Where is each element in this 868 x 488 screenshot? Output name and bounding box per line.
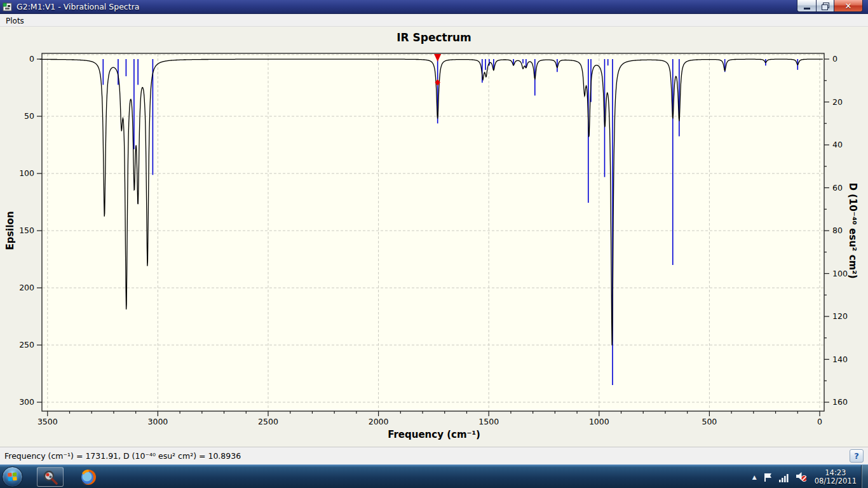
volume-muted-icon[interactable] <box>796 471 806 482</box>
y-axis-left-label: Epsilon <box>4 211 16 250</box>
svg-text:160: 160 <box>832 397 848 407</box>
window-controls: ✕ <box>797 0 863 12</box>
svg-text:0: 0 <box>29 54 34 64</box>
restore-icon <box>822 3 829 9</box>
svg-text:100: 100 <box>19 168 34 178</box>
start-button[interactable] <box>2 466 23 487</box>
y-axis-right-label: D (10⁻⁴⁰ esu² cm²) <box>847 182 858 278</box>
cursor-readout: Frequency (cm⁻¹) = 1731.91, D (10⁻⁴⁰ esu… <box>4 451 241 461</box>
svg-text:500: 500 <box>702 417 717 426</box>
ir-spectrum-plot[interactable]: 3500300025002000150010005000050100150200… <box>0 27 868 447</box>
window-title: G2:M1:V1 - Vibrational Spectra <box>17 2 139 11</box>
window-title-bar: G2:M1:V1 - Vibrational Spectra ✕ <box>0 0 868 14</box>
x-axis-label: Frequency (cm⁻¹) <box>0 429 868 440</box>
svg-text:250: 250 <box>19 340 34 349</box>
minimize-button[interactable] <box>797 0 816 12</box>
svg-text:0: 0 <box>817 417 822 426</box>
svg-text:50: 50 <box>24 111 34 121</box>
svg-text:60: 60 <box>832 183 843 193</box>
svg-text:1000: 1000 <box>589 417 609 426</box>
svg-text:1500: 1500 <box>478 417 499 426</box>
menu-bar: Plots <box>0 14 868 27</box>
taskbar: ▲ <box>0 464 868 488</box>
minimize-icon <box>804 8 810 10</box>
app-window-icon <box>3 2 13 12</box>
taskbar-app-vibrational-spectra[interactable] <box>37 467 64 487</box>
action-center-flag-icon[interactable] <box>763 471 773 482</box>
svg-text:20: 20 <box>832 97 843 107</box>
svg-text:0: 0 <box>832 54 837 64</box>
clock-date: 08/12/2011 <box>815 477 857 485</box>
show-desktop-button[interactable] <box>861 465 868 488</box>
firefox-icon <box>79 468 97 486</box>
close-button[interactable]: ✕ <box>834 0 863 12</box>
svg-text:80: 80 <box>832 226 843 235</box>
chart-title: IR Spectrum <box>0 31 868 44</box>
network-signal-icon[interactable] <box>779 471 790 482</box>
svg-text:140: 140 <box>832 355 848 364</box>
svg-text:200: 200 <box>19 283 34 292</box>
status-bar: Frequency (cm⁻¹) = 1731.91, D (10⁻⁴⁰ esu… <box>0 447 868 464</box>
desktop: G2:M1:V1 - Vibrational Spectra ✕ Plots 3… <box>0 0 868 488</box>
svg-text:3500: 3500 <box>37 417 58 426</box>
svg-text:120: 120 <box>832 311 848 321</box>
hidden-icons-button[interactable]: ▲ <box>752 474 757 480</box>
help-button[interactable]: ? <box>850 449 864 463</box>
svg-text:2500: 2500 <box>258 417 278 426</box>
windows-flag-icon <box>7 471 18 482</box>
svg-text:3000: 3000 <box>147 417 168 426</box>
restore-button[interactable] <box>816 0 834 12</box>
svg-text:2000: 2000 <box>369 417 389 426</box>
svg-text:300: 300 <box>19 397 34 407</box>
molecule-tool-icon <box>42 469 58 485</box>
system-tray: ▲ <box>752 465 859 488</box>
clock-time: 14:23 <box>815 469 857 477</box>
svg-text:150: 150 <box>19 226 34 235</box>
taskbar-app-firefox[interactable] <box>75 467 102 487</box>
clock[interactable]: 14:23 08/12/2011 <box>812 469 859 485</box>
close-icon: ✕ <box>845 1 852 11</box>
svg-text:100: 100 <box>832 269 848 278</box>
menu-item-plots[interactable]: Plots <box>0 15 30 27</box>
svg-text:40: 40 <box>832 140 843 149</box>
